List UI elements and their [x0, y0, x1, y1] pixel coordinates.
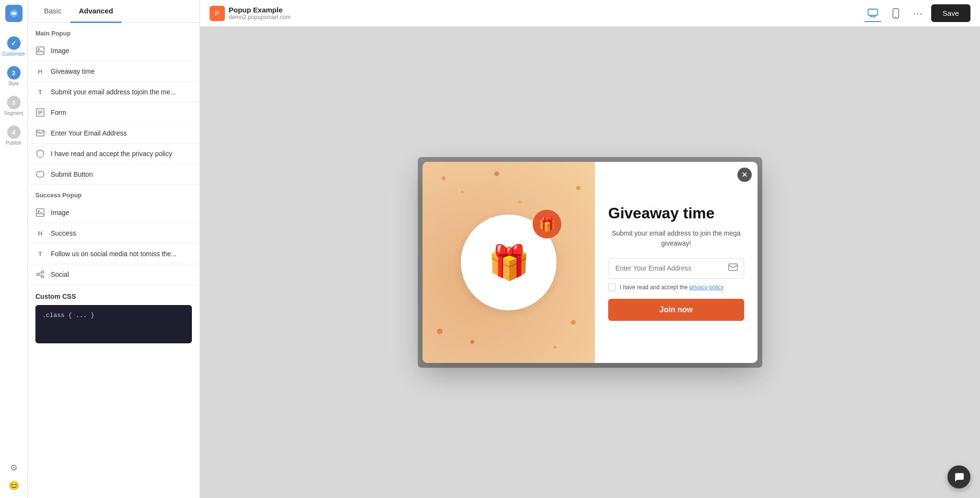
save-button[interactable]: Save	[931, 4, 970, 22]
custom-css-code: .class { ... }	[42, 312, 94, 319]
main-area: P Popup Example demo2.popupsmart.com ⋯ S…	[200, 0, 980, 498]
list-item-enter-email[interactable]: Enter Your Email Address	[28, 123, 200, 144]
site-info: P Popup Example demo2.popupsmart.com	[210, 6, 858, 21]
sidebar-item-segment[interactable]: 3 Segment	[0, 91, 27, 121]
popup-email-input[interactable]	[609, 259, 723, 278]
close-icon: ✕	[742, 171, 747, 179]
privacy-label: I have read and accept the privacy polic…	[620, 284, 724, 291]
join-now-button[interactable]: Join now	[608, 299, 744, 321]
item-email-label: Enter Your Email Address	[51, 129, 127, 137]
svg-point-10	[38, 210, 40, 212]
popup-email-icon	[723, 259, 744, 278]
tab-advanced[interactable]: Advanced	[70, 0, 122, 23]
privacy-policy-link[interactable]: privacy policy	[689, 284, 724, 291]
form-icon	[35, 108, 45, 117]
canvas-area: 🎁 🎁 ✕ Giveaway time Submit your email ad…	[200, 27, 980, 498]
popup-wrapper: 🎁 🎁 ✕ Giveaway time Submit your email ad…	[418, 157, 762, 368]
custom-css-editor[interactable]: .class { ... }	[35, 305, 192, 343]
svg-rect-7	[36, 130, 44, 136]
confetti	[461, 191, 464, 193]
more-options-btn[interactable]: ⋯	[910, 5, 925, 22]
popup-title: Giveaway time	[608, 204, 744, 222]
share-icon	[35, 270, 45, 279]
svg-line-15	[39, 275, 42, 276]
customize-label: Customize	[2, 51, 25, 57]
popup-close-button[interactable]: ✕	[737, 168, 752, 182]
confetti	[554, 346, 557, 349]
popup-modal: 🎁 🎁 ✕ Giveaway time Submit your email ad…	[423, 162, 757, 363]
emoji-icon[interactable]: 😊	[9, 480, 19, 491]
list-item-success[interactable]: H Success	[28, 223, 200, 244]
confetti	[437, 328, 443, 334]
shield-icon	[35, 149, 45, 158]
confetti	[470, 340, 474, 344]
text-icon: T	[35, 87, 45, 97]
item-s-image-label: Image	[51, 209, 69, 216]
style-circle: 2	[7, 66, 21, 79]
list-item-social[interactable]: Social	[28, 264, 200, 285]
popup-left-panel: 🎁 🎁	[423, 162, 595, 363]
confetti	[442, 176, 445, 180]
svg-point-13	[42, 276, 44, 278]
site-title: Popup Example	[229, 6, 290, 14]
item-privacy-label: I have read and accept the privacy polic…	[51, 150, 172, 158]
main-popup-label: Main Popup	[28, 23, 200, 41]
item-success-label: Success	[51, 229, 76, 237]
sidebar-item-style[interactable]: 2 Style	[0, 61, 27, 91]
svg-rect-8	[36, 171, 44, 177]
success-popup-label: Success Popup	[28, 185, 200, 203]
item-form-label: Form	[51, 109, 67, 116]
segment-label: Segment	[4, 111, 23, 116]
gift-emoji: 🎁	[488, 243, 530, 282]
app-logo	[5, 5, 22, 22]
tab-basic[interactable]: Basic	[35, 0, 70, 23]
list-item-form[interactable]: Form	[28, 102, 200, 123]
top-bar-actions: ⋯ Save	[864, 4, 970, 22]
svg-line-14	[39, 273, 42, 274]
list-item-privacy[interactable]: I have read and accept the privacy polic…	[28, 144, 200, 164]
list-item-s-image[interactable]: Image	[28, 203, 200, 223]
svg-rect-16	[868, 9, 878, 15]
list-item-image[interactable]: Image	[28, 41, 200, 61]
sidebar-item-publish[interactable]: 4 Publish	[0, 121, 27, 150]
image-icon	[35, 46, 45, 56]
sidebar-item-customize[interactable]: ✓ Customize	[0, 32, 27, 61]
gift-badge: 🎁	[533, 210, 561, 238]
s-image-icon	[35, 208, 45, 217]
svg-point-21	[895, 16, 896, 17]
site-url: demo2.popupsmart.com	[229, 14, 290, 21]
button-icon	[35, 170, 45, 179]
settings-icon[interactable]: ⚙	[10, 463, 18, 473]
list-item-submit-email[interactable]: T Submit your email address tojoin the m…	[28, 82, 200, 102]
sidebar: ✓ Customize 2 Style 3 Segment 4 Publish …	[0, 0, 28, 498]
site-icon: P	[210, 6, 225, 21]
item-image-label: Image	[51, 47, 69, 55]
svg-rect-1	[36, 47, 44, 55]
publish-circle: 4	[7, 125, 21, 139]
s-heading-icon: H	[35, 228, 45, 238]
publish-label: Publish	[6, 140, 22, 146]
privacy-checkbox-row: I have read and accept the privacy polic…	[608, 283, 744, 291]
desktop-device-btn[interactable]	[864, 5, 881, 22]
confetti	[518, 200, 522, 204]
list-item-giveaway[interactable]: H Giveaway time	[28, 61, 200, 82]
mobile-device-btn[interactable]	[887, 5, 904, 22]
list-item-submit-btn[interactable]: Submit Button	[28, 164, 200, 185]
svg-point-2	[38, 48, 40, 50]
item-giveaway-label: Giveaway time	[51, 68, 95, 75]
heading-icon: H	[35, 67, 45, 76]
panel: Basic Advanced Main Popup Image H Giveaw…	[28, 0, 200, 498]
svg-rect-22	[729, 264, 737, 271]
gift-container: 🎁 🎁	[461, 215, 557, 310]
list-item-follow[interactable]: T Follow us on social media not tomiss t…	[28, 244, 200, 264]
chat-fab-button[interactable]	[947, 465, 970, 488]
customize-circle: ✓	[7, 36, 21, 50]
panel-tabs: Basic Advanced	[28, 0, 200, 23]
top-bar: P Popup Example demo2.popupsmart.com ⋯ S…	[200, 0, 980, 27]
email-icon	[35, 128, 45, 138]
popup-right-panel: ✕ Giveaway time Submit your email addres…	[595, 162, 757, 363]
privacy-checkbox[interactable]	[608, 283, 616, 291]
item-social-label: Social	[51, 271, 69, 278]
custom-css-label: Custom CSS	[35, 293, 192, 300]
item-submit-btn-label: Submit Button	[51, 170, 93, 178]
